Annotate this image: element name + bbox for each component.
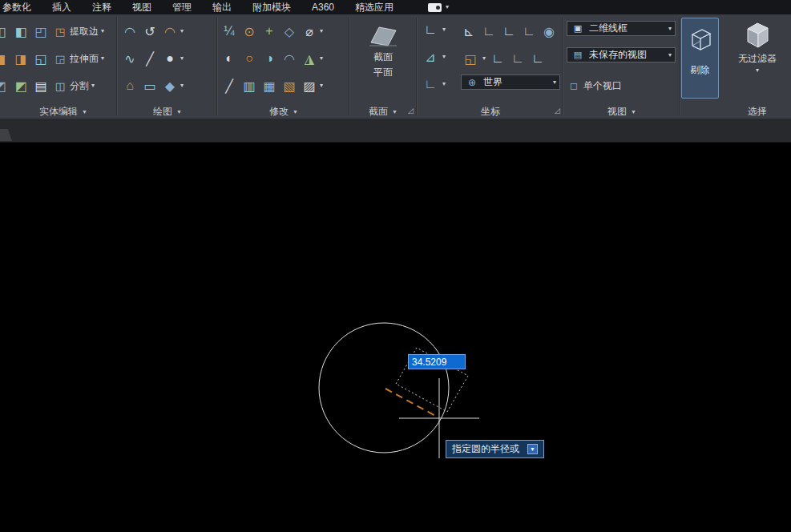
ucs-world-icon[interactable]: ⊾	[459, 21, 478, 42]
menu-tab-addins[interactable]: 附加模块	[242, 0, 301, 14]
ucs-combo[interactable]: ⊕ 世界 ▾	[461, 75, 560, 90]
ucs-named-icon[interactable]: ◉	[539, 21, 559, 42]
circle-icon[interactable]: ●	[160, 48, 180, 69]
menu-tab-a360[interactable]: A360	[301, 0, 345, 14]
screen-record-button[interactable]: ▾	[428, 3, 449, 12]
panel-expand-icon: ▼	[631, 109, 636, 115]
ucs-object-icon[interactable]: ∟	[488, 48, 507, 69]
named-view-combo[interactable]: ▤ 未保存的视图 ▾	[567, 47, 676, 62]
ucs-icon: ∟	[421, 19, 440, 40]
ucs-previous-button[interactable]: ⊿ ▾	[419, 46, 447, 67]
polygon-icon[interactable]: ⌂	[120, 75, 139, 96]
cull-icon	[688, 26, 713, 52]
chevron-down-icon[interactable]: ▾	[320, 83, 323, 89]
cull-button[interactable]: 剔除	[681, 18, 719, 99]
array-icon[interactable]: ▦	[260, 75, 279, 96]
world-ucs-icon: ⊕	[465, 72, 479, 93]
chevron-down-icon[interactable]: ▾	[180, 83, 184, 89]
clipped-icon[interactable]: ◩	[0, 75, 10, 96]
copy-icon[interactable]: +	[260, 21, 279, 42]
chevron-down-icon[interactable]: ▾	[180, 28, 184, 34]
extrude-faces-button[interactable]: ◲ 拉伸面 ▾	[51, 48, 106, 69]
scale-icon[interactable]: ▥	[240, 75, 259, 96]
solid-union-icon[interactable]: ◰	[31, 21, 50, 42]
visual-style-combo[interactable]: ▣ 二维线框 ▾	[567, 21, 676, 36]
line-icon[interactable]: ╱	[140, 48, 159, 69]
solid-history-icon[interactable]: ◧	[11, 21, 30, 42]
dynamic-input-value: 34.5209	[412, 357, 446, 368]
dialog-launcher-icon[interactable]: ◿	[555, 107, 560, 115]
panel-label-selection[interactable]: 选择	[724, 104, 790, 119]
rectangle-icon[interactable]: ▭	[140, 75, 159, 96]
hatch-icon[interactable]: ▧	[280, 75, 299, 96]
revision-cloud-icon[interactable]: ↺	[140, 21, 159, 42]
solid-intersect-icon[interactable]: ◱	[31, 48, 50, 69]
no-filter-cube-icon	[741, 18, 773, 50]
menu-tab-view[interactable]: 视图	[122, 0, 162, 14]
drawing-canvas[interactable]: 34.5209 指定圆的半径或 ▼	[0, 143, 791, 532]
panel-label-coordinates[interactable]: 坐标 ◿	[419, 104, 562, 119]
solid-subtract-icon[interactable]: ◨	[11, 48, 30, 69]
file-tab[interactable]	[0, 129, 12, 141]
measure-icon[interactable]: ¼	[220, 21, 239, 42]
ucs-icon-button[interactable]: ∟ ▾	[419, 19, 447, 40]
viewport-config-button[interactable]: 单个视口	[582, 79, 624, 93]
stretch-icon[interactable]: ╱	[220, 75, 239, 96]
menu-tab-output[interactable]: 输出	[202, 0, 242, 14]
selection-filter-button[interactable]: 无过滤器 ▾	[732, 18, 782, 75]
chevron-down-icon[interactable]: ▾	[320, 28, 323, 34]
panel-label-section[interactable]: 截面 ▼ ◿	[351, 104, 415, 119]
spline-icon[interactable]: ∿	[120, 48, 139, 69]
mirror-icon[interactable]: ◑	[260, 48, 279, 69]
command-prompt-tooltip: 指定圆的半径或 ▼	[446, 440, 544, 458]
panel-label-draw[interactable]: 绘图 ▼	[120, 104, 215, 119]
chevron-down-icon: ▾	[101, 55, 104, 62]
ucs-x-icon[interactable]: ∟	[479, 21, 498, 42]
panel-label-solid-editing[interactable]: 实体编辑 ▼	[11, 104, 115, 119]
clipped-icon[interactable]: ◨	[0, 48, 10, 69]
ucs-face-button[interactable]: ◱ ▾	[459, 48, 487, 69]
panel-expand-icon: ▼	[392, 109, 398, 115]
arc-3point-icon[interactable]: ◠	[160, 21, 180, 42]
ucs-y-icon[interactable]: ∟	[499, 21, 519, 42]
separate-icon: ◫	[53, 75, 67, 96]
ucs-origin-button[interactable]: ∟ ▾	[419, 74, 447, 95]
trim-icon[interactable]: ⌀	[300, 21, 319, 42]
panel-label-view[interactable]: 视图 ▼	[565, 104, 679, 119]
solid-fillet-icon[interactable]: ◩	[11, 75, 30, 96]
panel-expand-icon: ▼	[176, 109, 182, 115]
clipped-icon[interactable]: ◧	[0, 21, 10, 42]
ucs-view-icon[interactable]: ∟	[508, 48, 527, 69]
rotate-icon[interactable]: ◇	[280, 21, 299, 42]
menu-tab-annotate[interactable]: 注释	[82, 0, 122, 14]
offset-icon[interactable]: ○	[240, 48, 259, 69]
ucs-3point-icon[interactable]: ∟	[528, 48, 547, 69]
chamfer-icon[interactable]: ◮	[300, 48, 319, 69]
erase-icon[interactable]: ◐	[220, 48, 239, 69]
extract-edges-icon: ◳	[53, 21, 67, 42]
chevron-down-icon: ▾	[482, 55, 486, 62]
panel-label-modify[interactable]: 修改 ▼	[220, 104, 348, 119]
panel-expand-icon: ▼	[82, 109, 87, 115]
solid-shell-icon[interactable]: ▤	[31, 75, 50, 96]
ellipse-icon[interactable]: ◆	[160, 75, 180, 96]
move-icon[interactable]: ⊙	[240, 21, 259, 42]
separate-button[interactable]: ◫ 分割 ▾	[51, 75, 96, 96]
chevron-down-icon[interactable]: ▾	[320, 55, 323, 62]
chevron-down-icon[interactable]: ▾	[180, 55, 184, 62]
dynamic-input-field[interactable]: 34.5209	[408, 354, 466, 369]
fillet-icon[interactable]: ◠	[280, 48, 299, 69]
menu-tab-parametric[interactable]: 参数化	[0, 0, 42, 14]
menu-tab-insert[interactable]: 插入	[42, 0, 82, 14]
dialog-launcher-icon[interactable]: ◿	[408, 107, 414, 115]
section-plane-button[interactable]: 截面 平面	[362, 21, 404, 80]
panel-solid-editing: ◧ ◰ ◳ 提取边 ▾ ◨ ◱ ◲ 拉伸面 ▾ ◩ ▤ ◫ 分割 ▾	[11, 14, 115, 103]
menu-tab-manage[interactable]: 管理	[162, 0, 202, 14]
panel-separator	[416, 18, 417, 115]
extract-edges-button[interactable]: ◳ 提取边 ▾	[51, 21, 106, 42]
arc-icon[interactable]: ◠	[120, 21, 139, 42]
ucs-z-icon[interactable]: ∟	[519, 21, 539, 42]
explode-icon[interactable]: ▨	[300, 75, 319, 96]
panel-selection: 无过滤器 ▾	[724, 14, 790, 103]
menu-tab-featured-apps[interactable]: 精选应用	[345, 0, 404, 14]
